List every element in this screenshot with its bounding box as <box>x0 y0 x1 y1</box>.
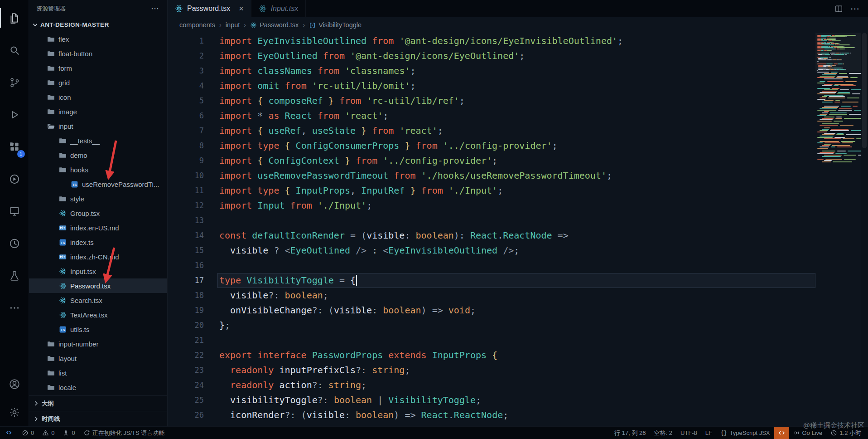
activity-history-icon[interactable] <box>0 227 29 259</box>
tab-input-tsx[interactable]: Input.tsx <box>251 0 306 17</box>
minimap[interactable] <box>815 33 861 426</box>
activity-extensions-icon[interactable]: 1 <box>0 131 29 163</box>
status-eol[interactable]: LF <box>701 427 716 439</box>
code-line[interactable]: 26 iconRender?: (visible: boolean) => Re… <box>168 408 815 423</box>
code-line[interactable]: 5import { composeRef } from 'rc-util/lib… <box>168 93 815 108</box>
tree-item[interactable]: flex <box>29 32 167 46</box>
breadcrumb-item[interactable]: Password.tsx <box>250 21 299 29</box>
status-go-live[interactable]: Go Live <box>789 427 827 439</box>
status-time-tracker[interactable]: 1.2 小时 <box>826 427 865 439</box>
code-line[interactable]: 15 visible ? <EyeOutlined /> : <EyeInvis… <box>168 243 815 258</box>
activity-search-icon[interactable] <box>0 34 29 66</box>
status-remote-indicator[interactable] <box>0 427 18 439</box>
tree-item[interactable]: layout <box>29 351 167 366</box>
tab-password-tsx[interactable]: Password.tsx× <box>168 0 251 17</box>
editor-more-icon[interactable]: ⋯ <box>850 3 860 14</box>
scrollbar-thumb[interactable] <box>862 33 867 148</box>
editor-scrollbar[interactable] <box>861 33 868 426</box>
tree-item[interactable]: input <box>29 119 167 133</box>
status-extension-badge[interactable] <box>774 427 789 439</box>
status-indentation[interactable]: 空格: 2 <box>650 427 676 439</box>
code-line[interactable]: 6import * as React from 'react'; <box>168 108 815 123</box>
activity-run-and-debug-icon[interactable] <box>0 98 29 131</box>
tree-item[interactable]: style <box>29 191 167 206</box>
code-line[interactable]: 22export interface PasswordProps extends… <box>168 348 815 363</box>
file-label: list <box>58 369 67 377</box>
tree-item[interactable]: grid <box>29 75 167 90</box>
tree-item[interactable]: list <box>29 366 167 380</box>
activity-tool-circle-icon[interactable] <box>0 163 29 195</box>
code-line[interactable]: 8import type { ConfigConsumerProps } fro… <box>168 138 815 153</box>
status-cursor-position[interactable]: 行 17, 列 26 <box>610 427 650 439</box>
breadcrumb-item[interactable]: components <box>179 21 215 29</box>
code-line[interactable]: 13 <box>168 213 815 228</box>
status-language-status[interactable]: 正在初始化 JS/TS 语言功能 <box>79 427 169 439</box>
activity-testing-icon[interactable] <box>0 259 29 292</box>
tree-item[interactable]: locale <box>29 380 167 395</box>
tree-item[interactable]: index.zh-CN.md <box>29 249 167 264</box>
tree-item[interactable]: TSindex.ts <box>29 235 167 249</box>
tab-close-icon[interactable]: × <box>239 5 244 13</box>
code-line[interactable]: 14const defaultIconRender = (visible: bo… <box>168 228 815 243</box>
code-line[interactable]: 25 visibilityToggle?: boolean | Visibili… <box>168 393 815 408</box>
tree-root[interactable]: ANT-DESIGN-MASTER <box>29 17 167 32</box>
code-editor[interactable]: 1import EyeInvisibleOutlined from '@ant-… <box>168 33 815 426</box>
code-line[interactable]: 12import Input from './Input'; <box>168 198 815 213</box>
code-line[interactable]: 10import useRemovePasswordTimeout from '… <box>168 168 815 183</box>
tree-item[interactable]: TextArea.tsx <box>29 307 167 322</box>
tree-item[interactable]: image <box>29 104 167 119</box>
tree-item[interactable]: TSuseRemovePasswordTi... <box>29 177 167 191</box>
tree-item[interactable]: demo <box>29 148 167 162</box>
sidebar-more-icon[interactable]: ⋯ <box>151 4 160 14</box>
code-line[interactable]: 3import classNames from 'classnames'; <box>168 63 815 78</box>
code-text: import type { InputProps, InputRef } fro… <box>217 183 815 198</box>
activity-more-icon[interactable] <box>0 292 29 324</box>
tree-item[interactable]: float-button <box>29 46 167 61</box>
code-line[interactable]: 2import EyeOutlined from '@ant-design/ic… <box>168 49 815 63</box>
timeline-section[interactable]: 时间线 <box>29 411 167 426</box>
code-line[interactable]: 23 readonly inputPrefixCls?: string; <box>168 363 815 378</box>
tree-item[interactable]: icon <box>29 90 167 104</box>
split-editor-icon[interactable] <box>834 5 843 13</box>
code-line[interactable]: 18 visible?: boolean; <box>168 288 815 303</box>
status-problems-warnings[interactable]: 0 <box>38 427 58 439</box>
code-line[interactable]: 21 <box>168 333 815 348</box>
error-icon <box>22 429 29 436</box>
activity-explorer-icon[interactable] <box>0 2 29 34</box>
tree-item[interactable]: TSutils.ts <box>29 322 167 337</box>
file-label: image <box>58 108 77 116</box>
tree-item[interactable]: __tests__ <box>29 133 167 148</box>
activity-settings-icon[interactable] <box>0 398 29 426</box>
outline-section[interactable]: 大纲 <box>29 395 167 411</box>
code-line[interactable]: 7import { useRef, useState } from 'react… <box>168 123 815 138</box>
status-encoding[interactable]: UTF-8 <box>676 427 701 439</box>
tree-item[interactable]: form <box>29 61 167 75</box>
code-line[interactable]: 17type VisibilityToggle = { <box>168 273 815 288</box>
code-line[interactable]: 20}; <box>168 318 815 333</box>
tree-item[interactable]: Search.tsx <box>29 293 167 307</box>
tree-item[interactable]: Password.tsx <box>29 278 167 293</box>
code-line[interactable]: 4import omit from 'rc-util/lib/omit'; <box>168 78 815 93</box>
sidebar-bottom-sections: 大纲时间线 <box>29 395 167 426</box>
activity-remote-explorer-icon[interactable] <box>0 195 29 227</box>
activity-source-control-icon[interactable] <box>0 66 29 98</box>
code-line[interactable]: 11import type { InputProps, InputRef } f… <box>168 183 815 198</box>
tree-item[interactable]: index.en-US.md <box>29 220 167 235</box>
code-line[interactable]: 16 <box>168 258 815 273</box>
activity-account-icon[interactable] <box>0 370 29 398</box>
status-ports[interactable]: 0 <box>58 427 79 439</box>
tree-item[interactable]: Input.tsx <box>29 264 167 278</box>
code-line[interactable]: 1import EyeInvisibleOutlined from '@ant-… <box>168 34 815 49</box>
breadcrumb-item[interactable]: input <box>226 21 240 29</box>
tree-item[interactable]: Group.tsx <box>29 206 167 220</box>
code-line[interactable]: 24 readonly action?: string; <box>168 378 815 393</box>
status-problems-errors[interactable]: 0 <box>18 427 38 439</box>
tree-item[interactable]: input-number <box>29 337 167 351</box>
status-language-mode[interactable]: {}TypeScript JSX <box>716 427 774 439</box>
code-line[interactable]: 9import { ConfigContext } from '../confi… <box>168 153 815 168</box>
tree-item[interactable]: hooks <box>29 162 167 177</box>
status-label: UTF-8 <box>680 429 697 436</box>
code-line[interactable]: 19 onVisibleChange?: (visible: boolean) … <box>168 303 815 318</box>
code-line[interactable]: 27} <box>168 423 815 426</box>
breadcrumb-item[interactable]: VisibilityToggle <box>309 21 362 29</box>
